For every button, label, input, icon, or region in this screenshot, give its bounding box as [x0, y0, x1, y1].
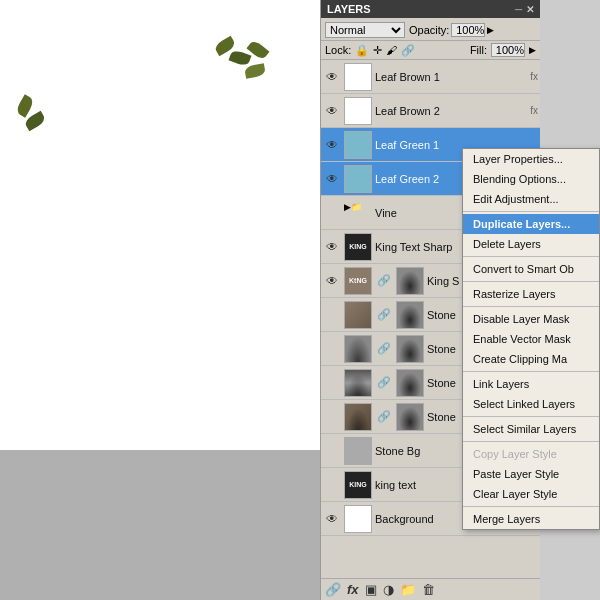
- layer-thumb-14: [344, 505, 372, 533]
- layer-thumb-7: KtNG: [344, 267, 372, 295]
- fill-input[interactable]: [491, 43, 525, 57]
- ctx-item-1[interactable]: Blending Options...: [463, 169, 599, 189]
- ctx-item-4[interactable]: Duplicate Layers...: [463, 214, 599, 234]
- ctx-divider-10: [463, 306, 599, 307]
- ctx-item-0[interactable]: Layer Properties...: [463, 149, 599, 169]
- close-btn[interactable]: ✕: [526, 4, 534, 15]
- fx-badge-2: fx: [530, 105, 538, 116]
- layer-thumb-12: [344, 437, 372, 465]
- lock-fill-row: Lock: 🔒 ✛ 🖌 🔗 Fill: ▶: [321, 41, 540, 60]
- ctx-item-12[interactable]: Enable Vector Mask: [463, 329, 599, 349]
- layer-item-1[interactable]: 👁Leaf Brown 1fx: [321, 60, 540, 94]
- layer-thumb-10: [344, 369, 372, 397]
- chain-icon-7: 🔗: [377, 274, 391, 287]
- ctx-divider-6: [463, 256, 599, 257]
- opacity-arrow[interactable]: ▶: [487, 25, 494, 35]
- chain-icon-8: 🔗: [377, 308, 391, 321]
- ctx-item-7[interactable]: Convert to Smart Ob: [463, 259, 599, 279]
- lock-label: Lock:: [325, 44, 351, 56]
- ctx-divider-14: [463, 371, 599, 372]
- blend-mode-select[interactable]: Normal Multiply Screen: [325, 22, 405, 38]
- ctx-item-13[interactable]: Create Clipping Ma: [463, 349, 599, 369]
- layer-thumb-6: KING: [344, 233, 372, 261]
- lock-all-icon[interactable]: 🔒: [355, 44, 369, 57]
- layer-name-1: Leaf Brown 1: [375, 71, 528, 83]
- layer-mask-thumb-7: [396, 267, 424, 295]
- ctx-divider-19: [463, 441, 599, 442]
- eye-icon-4[interactable]: 👁: [323, 172, 341, 186]
- ctx-divider-17: [463, 416, 599, 417]
- eye-icon-1[interactable]: 👁: [323, 70, 341, 84]
- layers-title: LAYERS: [327, 3, 371, 15]
- lock-pos-icon[interactable]: 🔗: [401, 44, 415, 57]
- ctx-item-16[interactable]: Select Linked Layers: [463, 394, 599, 414]
- layers-titlebar: LAYERS ─ ✕: [321, 0, 540, 18]
- layer-thumb-9: [344, 335, 372, 363]
- ctx-divider-23: [463, 506, 599, 507]
- ctx-item-2[interactable]: Edit Adjustment...: [463, 189, 599, 209]
- chain-icon-11: 🔗: [377, 410, 391, 423]
- layer-thumb-13: KING: [344, 471, 372, 499]
- ctx-item-18[interactable]: Select Similar Layers: [463, 419, 599, 439]
- minimize-btn[interactable]: ─: [515, 4, 522, 15]
- eye-icon-7[interactable]: 👁: [323, 274, 341, 288]
- link-layers-btn[interactable]: 🔗: [325, 582, 341, 597]
- layer-thumb-2: [344, 97, 372, 125]
- ctx-item-24[interactable]: Merge Layers: [463, 509, 599, 529]
- canvas: [0, 0, 320, 600]
- layers-toolbar: Normal Multiply Screen Opacity: ▶: [321, 18, 540, 41]
- layer-mask-thumb-10: [396, 369, 424, 397]
- eye-icon-2[interactable]: 👁: [323, 104, 341, 118]
- adjust-btn[interactable]: ◑: [383, 582, 394, 597]
- lock-art-icon[interactable]: 🖌: [386, 44, 397, 56]
- layer-mask-thumb-11: [396, 403, 424, 431]
- layers-footer: 🔗 fx ▣ ◑ 📁 🗑: [321, 578, 540, 600]
- layer-thumb-3: [344, 131, 372, 159]
- fill-label: Fill:: [470, 44, 487, 56]
- layer-mask-thumb-8: [396, 301, 424, 329]
- titlebar-controls: ─ ✕: [515, 4, 534, 15]
- opacity-row: Opacity: ▶: [409, 23, 494, 37]
- ctx-item-22[interactable]: Clear Layer Style: [463, 484, 599, 504]
- ctx-divider-3: [463, 211, 599, 212]
- fx-btn[interactable]: fx: [347, 582, 359, 597]
- opacity-label: Opacity:: [409, 24, 449, 36]
- chain-icon-9: 🔗: [377, 342, 391, 355]
- ctx-item-11[interactable]: Disable Layer Mask: [463, 309, 599, 329]
- layer-thumb-8: [344, 301, 372, 329]
- layer-thumb-11: [344, 403, 372, 431]
- opacity-input[interactable]: [451, 23, 485, 37]
- leaf-2: [229, 49, 252, 67]
- layer-thumb-5: ▶📁: [344, 199, 372, 227]
- layer-thumb-1: [344, 63, 372, 91]
- ctx-divider-8: [463, 281, 599, 282]
- ctx-item-20: Copy Layer Style: [463, 444, 599, 464]
- ctx-item-15[interactable]: Link Layers: [463, 374, 599, 394]
- eye-icon-6[interactable]: 👁: [323, 240, 341, 254]
- ctx-item-21[interactable]: Paste Layer Style: [463, 464, 599, 484]
- delete-btn[interactable]: 🗑: [422, 582, 435, 597]
- layer-mask-thumb-9: [396, 335, 424, 363]
- context-menu: Layer Properties...Blending Options...Ed…: [462, 148, 600, 530]
- ctx-item-9[interactable]: Rasterize Layers: [463, 284, 599, 304]
- canvas-gray-area: [0, 450, 320, 600]
- mask-btn[interactable]: ▣: [365, 582, 377, 597]
- eye-icon-3[interactable]: 👁: [323, 138, 341, 152]
- chain-icon-10: 🔗: [377, 376, 391, 389]
- lock-move-icon[interactable]: ✛: [373, 44, 382, 57]
- eye-icon-14[interactable]: 👁: [323, 512, 341, 526]
- folder-btn[interactable]: 📁: [400, 582, 416, 597]
- fx-badge-1: fx: [530, 71, 538, 82]
- leaf-3: [244, 63, 266, 78]
- fill-arrow[interactable]: ▶: [529, 45, 536, 55]
- layer-name-2: Leaf Brown 2: [375, 105, 528, 117]
- layer-item-2[interactable]: 👁Leaf Brown 2fx: [321, 94, 540, 128]
- ctx-item-5[interactable]: Delete Layers: [463, 234, 599, 254]
- layer-thumb-4: [344, 165, 372, 193]
